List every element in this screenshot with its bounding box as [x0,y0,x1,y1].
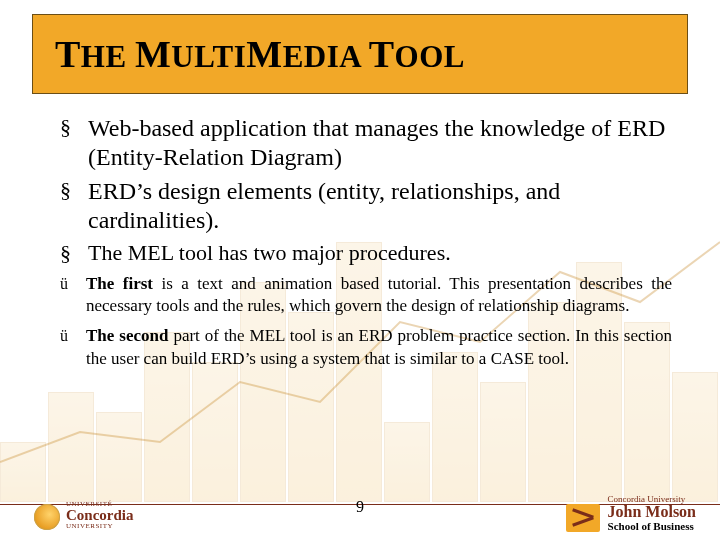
title-band: THE MULTIMEDIA TOOL [32,14,688,94]
jmsb-logo-text: Concordia University John Molson School … [608,494,696,532]
list-item: The first is a text and animation based … [60,273,672,318]
bullet-text: Web-based application that manages the k… [88,115,665,170]
list-item: The MEL tool has two major procedures. [60,239,672,267]
bullet-text: The MEL tool has two major procedures. [88,240,451,265]
jmsb-line2: John Molson [608,504,696,520]
sub-lead: The second [86,326,168,345]
slide: THE MULTIMEDIA TOOL Web-based applicatio… [0,0,720,540]
sub-lead: The first [86,274,153,293]
content-area: Web-based application that manages the k… [60,114,672,378]
footer: 9 UNIVERSITÉ Concordia UNIVERSITY Concor… [0,482,720,540]
sub-rest: is a text and animation based tutorial. … [86,274,672,315]
logo-name: Concordia [66,508,134,523]
logo-sub: UNIVERSITY [66,523,134,530]
concordia-logo-text: UNIVERSITÉ Concordia UNIVERSITY [66,501,134,530]
list-item: Web-based application that manages the k… [60,114,672,173]
bullet-list-main: Web-based application that manages the k… [60,114,672,267]
sub-rest: part of the MEL tool is an ERD problem p… [86,326,672,367]
jmsb-line3: School of Business [608,520,696,532]
page-number: 9 [356,498,364,516]
slide-title: THE MULTIMEDIA TOOL [55,32,465,76]
bullet-text: ERD’s design elements (entity, relations… [88,178,560,233]
list-item: ERD’s design elements (entity, relations… [60,177,672,236]
sun-icon [34,504,60,530]
jmsb-mark-icon [566,504,600,532]
list-item: The second part of the MEL tool is an ER… [60,325,672,370]
concordia-logo: UNIVERSITÉ Concordia UNIVERSITY [34,501,134,530]
john-molson-logo: Concordia University John Molson School … [566,494,696,532]
bullet-list-sub: The first is a text and animation based … [60,273,672,371]
